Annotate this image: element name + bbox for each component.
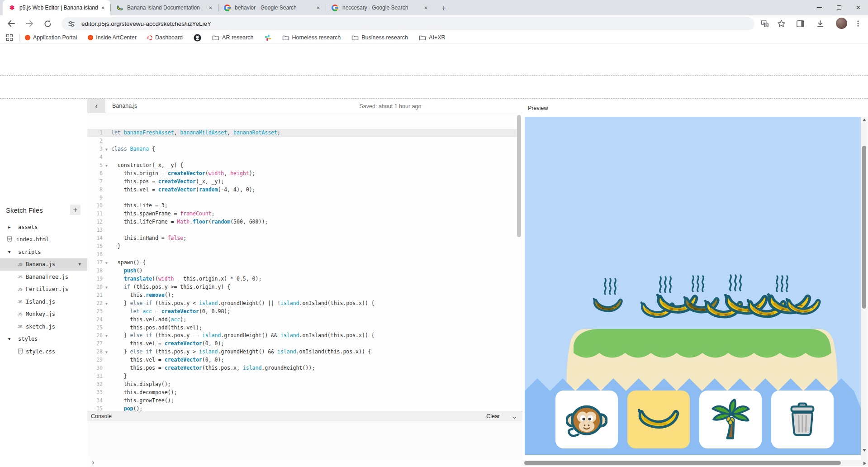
code-line: 6 this.origin = createVector(width, heig… — [87, 170, 517, 178]
collapse-sidebar-button[interactable]: ‹ — [87, 99, 105, 113]
trash-icon — [783, 400, 821, 439]
file-row-bananatree-js[interactable]: JSBananaTree.js — [0, 271, 87, 283]
file-row-style-css[interactable]: style.css — [0, 345, 87, 358]
banana-tool-button[interactable] — [627, 391, 690, 448]
bookmark-label: Business research — [361, 34, 408, 41]
tab-close-button[interactable]: ✕ — [99, 4, 107, 12]
code-text: this.inHand = false; — [111, 235, 186, 241]
expand-arrow-icon[interactable]: › — [92, 458, 94, 467]
browser-tab[interactable]: behavior - Google Search✕ — [218, 0, 326, 15]
close-icon: × — [856, 4, 860, 12]
download-icon — [816, 19, 825, 28]
window-minimize-button[interactable] — [810, 0, 829, 15]
trash-tool-button[interactable] — [771, 391, 834, 448]
preview-vertical-scrollbar[interactable] — [861, 117, 868, 460]
maximize-icon — [837, 5, 841, 10]
preview-horizontal-scrollbar[interactable] — [522, 460, 868, 466]
code-line: 4 — [87, 153, 517, 162]
browser-menu-button[interactable] — [852, 18, 864, 29]
window-close-button[interactable]: × — [849, 0, 868, 15]
fold-arrow-icon[interactable]: ▼ — [105, 284, 111, 292]
folder-open-arrow-icon[interactable]: ▼ — [8, 337, 10, 341]
forward-button[interactable] — [24, 18, 35, 29]
bookmark-item[interactable] — [265, 34, 271, 41]
file-row-assets[interactable]: ▶assets — [0, 221, 87, 234]
file-row-sketch-js[interactable]: JSsketch.js — [0, 320, 87, 333]
code-text: spawn() { — [111, 259, 146, 266]
scroll-right-icon[interactable] — [863, 462, 866, 465]
window-maximize-button[interactable] — [829, 0, 849, 15]
horizontal-scrollbar-thumb[interactable] — [524, 461, 841, 465]
console-collapse-icon[interactable]: ⌄ — [512, 413, 517, 420]
bookmark-item[interactable]: Application Portal — [25, 34, 77, 41]
fold-spacer — [105, 389, 111, 397]
scroll-down-icon[interactable] — [863, 449, 866, 452]
browser-tab[interactable]: neccesary - Google Search✕ — [326, 0, 433, 15]
code-area[interactable]: 1 let bananaFreshAsset, bananaMildAsset,… — [87, 129, 517, 413]
tab-close-button[interactable]: ✕ — [314, 4, 322, 12]
code-text: } else if (this.pos.y < island.groundHei… — [111, 300, 375, 306]
bookmark-item[interactable]: AR research — [212, 34, 253, 41]
browser-tab[interactable]: Banana Island Documentation✕ — [110, 0, 218, 15]
fold-spacer — [105, 397, 111, 405]
tab-title: behavior - Google Search — [235, 5, 314, 11]
fold-arrow-icon[interactable]: ▼ — [105, 348, 111, 357]
bookmark-item[interactable]: AI+XR — [419, 34, 445, 41]
tab-close-button[interactable]: ✕ — [422, 4, 430, 12]
file-row-scripts[interactable]: ▼scripts — [0, 246, 87, 258]
editor-file-tab[interactable]: Banana.js — [112, 103, 138, 109]
code-line: 34 this.growTree(); — [87, 397, 517, 405]
fold-arrow-icon[interactable]: ▼ — [105, 259, 111, 267]
line-number: 27 — [87, 340, 105, 348]
add-file-button[interactable]: + — [70, 205, 81, 215]
fold-spacer — [105, 210, 111, 219]
fold-arrow-icon[interactable]: ▼ — [105, 332, 111, 340]
browser-tab[interactable]: ✱p5.js Web Editor | Banana island✕ — [3, 0, 110, 15]
downloads-button[interactable] — [814, 18, 826, 29]
side-panel-button[interactable] — [794, 18, 806, 29]
fold-arrow-icon[interactable]: ▼ — [105, 162, 111, 170]
site-settings-icon[interactable] — [68, 20, 75, 28]
editor-scrollbar-thumb[interactable] — [517, 115, 521, 237]
bookmark-item[interactable]: Business research — [351, 34, 408, 41]
bookmark-star-button[interactable] — [775, 18, 787, 29]
bookmark-item[interactable]: Homeless research — [282, 34, 341, 41]
palm-tree-tool-button[interactable] — [699, 391, 762, 448]
file-options-icon[interactable]: ▼ — [79, 262, 81, 267]
new-tab-button[interactable]: + — [438, 2, 449, 14]
fold-spacer — [105, 235, 111, 243]
address-bar[interactable]: editor.p5js.org/stevewu-accd/sketches/ii… — [62, 17, 754, 30]
folder-closed-arrow-icon[interactable]: ▶ — [8, 225, 10, 229]
fold-spacer — [105, 138, 111, 146]
bookmark-item[interactable]: Dashboard — [147, 34, 183, 41]
tab-close-button[interactable]: ✕ — [207, 4, 214, 12]
translate-button[interactable]: A — [759, 18, 771, 29]
fold-arrow-icon[interactable]: ▼ — [105, 300, 111, 308]
file-row-styles[interactable]: ▼styles — [0, 333, 87, 346]
scroll-up-icon[interactable] — [863, 119, 866, 121]
profile-avatar[interactable] — [836, 18, 847, 29]
bookmark-item[interactable]: Inside ArtCenter — [88, 34, 137, 41]
folder-open-arrow-icon[interactable]: ▼ — [8, 250, 10, 254]
code-text: this.origin = createVector(width, height… — [111, 170, 256, 176]
line-number: 16 — [87, 251, 105, 259]
code-text: this.vel.add(acc); — [111, 316, 186, 323]
console-clear-button[interactable]: Clear — [486, 413, 500, 419]
file-row-island-js[interactable]: JSIsland.js — [0, 295, 87, 308]
vertical-scrollbar-thumb[interactable] — [862, 146, 866, 309]
fold-spacer — [105, 357, 111, 365]
monkey-tool-button[interactable] — [555, 391, 618, 448]
reload-button[interactable] — [42, 18, 53, 29]
file-row-banana-js[interactable]: JSBanana.js▼ — [0, 258, 87, 271]
fold-arrow-icon[interactable]: ▼ — [105, 146, 111, 154]
file-row-fertilizer-js[interactable]: JSFertilizer.js — [0, 283, 87, 296]
p5-menu-bar: p5* File▼Edit▼Sketch▼Help▼English▼ Hello… — [0, 44, 868, 76]
apps-grid-icon[interactable] — [6, 34, 13, 41]
file-row-monkey-js[interactable]: JSMonkey.js — [0, 308, 87, 321]
line-number: 13 — [87, 226, 105, 234]
console-header[interactable]: Console Clear ⌄ — [87, 411, 522, 421]
sketch-canvas[interactable] — [525, 117, 861, 455]
bookmark-item[interactable] — [194, 34, 201, 42]
file-row-index-html[interactable]: index.html — [0, 234, 87, 246]
back-button[interactable] — [5, 18, 17, 29]
